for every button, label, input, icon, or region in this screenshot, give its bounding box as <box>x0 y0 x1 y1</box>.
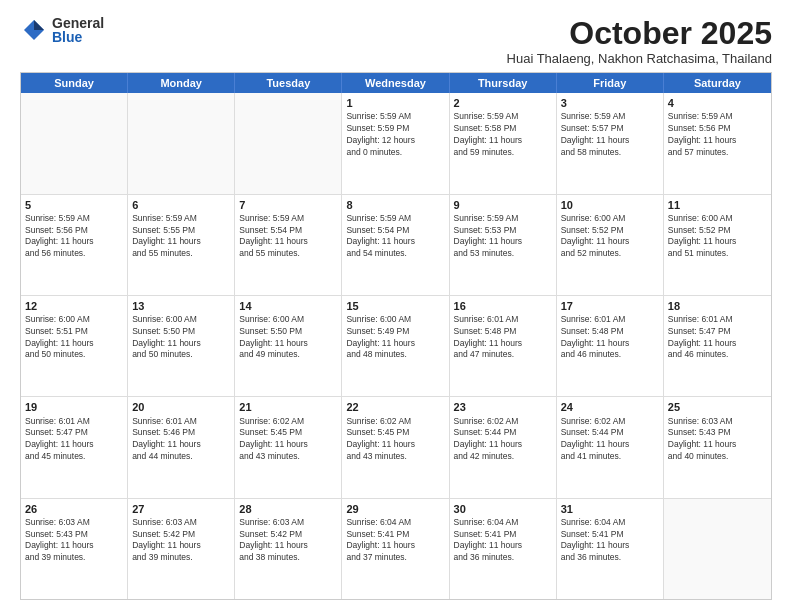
logo-text: General Blue <box>52 16 104 44</box>
day-number: 1 <box>346 96 444 110</box>
day-number: 15 <box>346 299 444 313</box>
day-info: Sunrise: 5:59 AM Sunset: 5:58 PM Dayligh… <box>454 111 523 156</box>
day-cell-empty-4-6 <box>664 499 771 599</box>
day-cell-15: 15Sunrise: 6:00 AM Sunset: 5:49 PM Dayli… <box>342 296 449 396</box>
logo-general-text: General <box>52 16 104 30</box>
day-cell-2: 2Sunrise: 5:59 AM Sunset: 5:58 PM Daylig… <box>450 93 557 193</box>
calendar-body: 1Sunrise: 5:59 AM Sunset: 5:59 PM Daylig… <box>21 93 771 599</box>
day-number: 31 <box>561 502 659 516</box>
day-cell-6: 6Sunrise: 5:59 AM Sunset: 5:55 PM Daylig… <box>128 195 235 295</box>
calendar-row-5: 26Sunrise: 6:03 AM Sunset: 5:43 PM Dayli… <box>21 499 771 599</box>
day-cell-14: 14Sunrise: 6:00 AM Sunset: 5:50 PM Dayli… <box>235 296 342 396</box>
day-cell-17: 17Sunrise: 6:01 AM Sunset: 5:48 PM Dayli… <box>557 296 664 396</box>
day-number: 9 <box>454 198 552 212</box>
day-number: 29 <box>346 502 444 516</box>
day-info: Sunrise: 6:02 AM Sunset: 5:44 PM Dayligh… <box>454 416 523 461</box>
location-subtitle: Huai Thalaeng, Nakhon Ratchasima, Thaila… <box>507 51 772 66</box>
day-info: Sunrise: 5:59 AM Sunset: 5:54 PM Dayligh… <box>239 213 308 258</box>
day-cell-18: 18Sunrise: 6:01 AM Sunset: 5:47 PM Dayli… <box>664 296 771 396</box>
day-info: Sunrise: 5:59 AM Sunset: 5:55 PM Dayligh… <box>132 213 201 258</box>
day-number: 22 <box>346 400 444 414</box>
day-info: Sunrise: 5:59 AM Sunset: 5:57 PM Dayligh… <box>561 111 630 156</box>
day-info: Sunrise: 6:03 AM Sunset: 5:43 PM Dayligh… <box>25 517 94 562</box>
day-cell-4: 4Sunrise: 5:59 AM Sunset: 5:56 PM Daylig… <box>664 93 771 193</box>
day-cell-13: 13Sunrise: 6:00 AM Sunset: 5:50 PM Dayli… <box>128 296 235 396</box>
page: General Blue October 2025 Huai Thalaeng,… <box>0 0 792 612</box>
day-number: 27 <box>132 502 230 516</box>
day-number: 30 <box>454 502 552 516</box>
day-cell-11: 11Sunrise: 6:00 AM Sunset: 5:52 PM Dayli… <box>664 195 771 295</box>
day-info: Sunrise: 6:01 AM Sunset: 5:46 PM Dayligh… <box>132 416 201 461</box>
day-header-tuesday: Tuesday <box>235 73 342 93</box>
day-header-monday: Monday <box>128 73 235 93</box>
header: General Blue October 2025 Huai Thalaeng,… <box>20 16 772 66</box>
day-number: 10 <box>561 198 659 212</box>
day-info: Sunrise: 6:01 AM Sunset: 5:48 PM Dayligh… <box>561 314 630 359</box>
day-number: 21 <box>239 400 337 414</box>
day-number: 3 <box>561 96 659 110</box>
day-number: 6 <box>132 198 230 212</box>
day-info: Sunrise: 6:02 AM Sunset: 5:45 PM Dayligh… <box>346 416 415 461</box>
day-cell-23: 23Sunrise: 6:02 AM Sunset: 5:44 PM Dayli… <box>450 397 557 497</box>
day-info: Sunrise: 6:00 AM Sunset: 5:49 PM Dayligh… <box>346 314 415 359</box>
day-info: Sunrise: 6:00 AM Sunset: 5:50 PM Dayligh… <box>239 314 308 359</box>
day-number: 2 <box>454 96 552 110</box>
day-cell-7: 7Sunrise: 5:59 AM Sunset: 5:54 PM Daylig… <box>235 195 342 295</box>
day-cell-25: 25Sunrise: 6:03 AM Sunset: 5:43 PM Dayli… <box>664 397 771 497</box>
day-number: 14 <box>239 299 337 313</box>
day-cell-10: 10Sunrise: 6:00 AM Sunset: 5:52 PM Dayli… <box>557 195 664 295</box>
calendar-row-1: 1Sunrise: 5:59 AM Sunset: 5:59 PM Daylig… <box>21 93 771 194</box>
day-number: 17 <box>561 299 659 313</box>
day-cell-19: 19Sunrise: 6:01 AM Sunset: 5:47 PM Dayli… <box>21 397 128 497</box>
day-info: Sunrise: 5:59 AM Sunset: 5:56 PM Dayligh… <box>668 111 737 156</box>
day-info: Sunrise: 6:03 AM Sunset: 5:43 PM Dayligh… <box>668 416 737 461</box>
day-number: 23 <box>454 400 552 414</box>
day-cell-5: 5Sunrise: 5:59 AM Sunset: 5:56 PM Daylig… <box>21 195 128 295</box>
day-info: Sunrise: 6:02 AM Sunset: 5:45 PM Dayligh… <box>239 416 308 461</box>
day-number: 19 <box>25 400 123 414</box>
day-info: Sunrise: 6:03 AM Sunset: 5:42 PM Dayligh… <box>239 517 308 562</box>
day-number: 20 <box>132 400 230 414</box>
svg-marker-1 <box>34 20 44 30</box>
day-cell-8: 8Sunrise: 5:59 AM Sunset: 5:54 PM Daylig… <box>342 195 449 295</box>
day-info: Sunrise: 5:59 AM Sunset: 5:54 PM Dayligh… <box>346 213 415 258</box>
calendar-row-3: 12Sunrise: 6:00 AM Sunset: 5:51 PM Dayli… <box>21 296 771 397</box>
day-number: 28 <box>239 502 337 516</box>
day-number: 5 <box>25 198 123 212</box>
title-block: October 2025 Huai Thalaeng, Nakhon Ratch… <box>507 16 772 66</box>
day-info: Sunrise: 6:01 AM Sunset: 5:48 PM Dayligh… <box>454 314 523 359</box>
day-info: Sunrise: 6:00 AM Sunset: 5:50 PM Dayligh… <box>132 314 201 359</box>
day-header-wednesday: Wednesday <box>342 73 449 93</box>
day-info: Sunrise: 5:59 AM Sunset: 5:56 PM Dayligh… <box>25 213 94 258</box>
day-info: Sunrise: 6:03 AM Sunset: 5:42 PM Dayligh… <box>132 517 201 562</box>
month-title: October 2025 <box>507 16 772 51</box>
day-cell-24: 24Sunrise: 6:02 AM Sunset: 5:44 PM Dayli… <box>557 397 664 497</box>
calendar: SundayMondayTuesdayWednesdayThursdayFrid… <box>20 72 772 600</box>
logo: General Blue <box>20 16 104 44</box>
day-cell-27: 27Sunrise: 6:03 AM Sunset: 5:42 PM Dayli… <box>128 499 235 599</box>
day-number: 7 <box>239 198 337 212</box>
day-info: Sunrise: 6:04 AM Sunset: 5:41 PM Dayligh… <box>561 517 630 562</box>
day-cell-16: 16Sunrise: 6:01 AM Sunset: 5:48 PM Dayli… <box>450 296 557 396</box>
day-number: 4 <box>668 96 767 110</box>
day-header-friday: Friday <box>557 73 664 93</box>
day-info: Sunrise: 5:59 AM Sunset: 5:53 PM Dayligh… <box>454 213 523 258</box>
day-cell-empty-0-0 <box>21 93 128 193</box>
day-number: 13 <box>132 299 230 313</box>
day-number: 11 <box>668 198 767 212</box>
day-cell-22: 22Sunrise: 6:02 AM Sunset: 5:45 PM Dayli… <box>342 397 449 497</box>
day-cell-empty-0-2 <box>235 93 342 193</box>
day-cell-28: 28Sunrise: 6:03 AM Sunset: 5:42 PM Dayli… <box>235 499 342 599</box>
day-info: Sunrise: 6:01 AM Sunset: 5:47 PM Dayligh… <box>25 416 94 461</box>
day-header-thursday: Thursday <box>450 73 557 93</box>
calendar-row-2: 5Sunrise: 5:59 AM Sunset: 5:56 PM Daylig… <box>21 195 771 296</box>
day-number: 26 <box>25 502 123 516</box>
day-number: 8 <box>346 198 444 212</box>
day-cell-1: 1Sunrise: 5:59 AM Sunset: 5:59 PM Daylig… <box>342 93 449 193</box>
calendar-header: SundayMondayTuesdayWednesdayThursdayFrid… <box>21 73 771 93</box>
day-number: 24 <box>561 400 659 414</box>
day-info: Sunrise: 6:04 AM Sunset: 5:41 PM Dayligh… <box>454 517 523 562</box>
day-cell-3: 3Sunrise: 5:59 AM Sunset: 5:57 PM Daylig… <box>557 93 664 193</box>
day-cell-31: 31Sunrise: 6:04 AM Sunset: 5:41 PM Dayli… <box>557 499 664 599</box>
day-info: Sunrise: 6:00 AM Sunset: 5:52 PM Dayligh… <box>561 213 630 258</box>
